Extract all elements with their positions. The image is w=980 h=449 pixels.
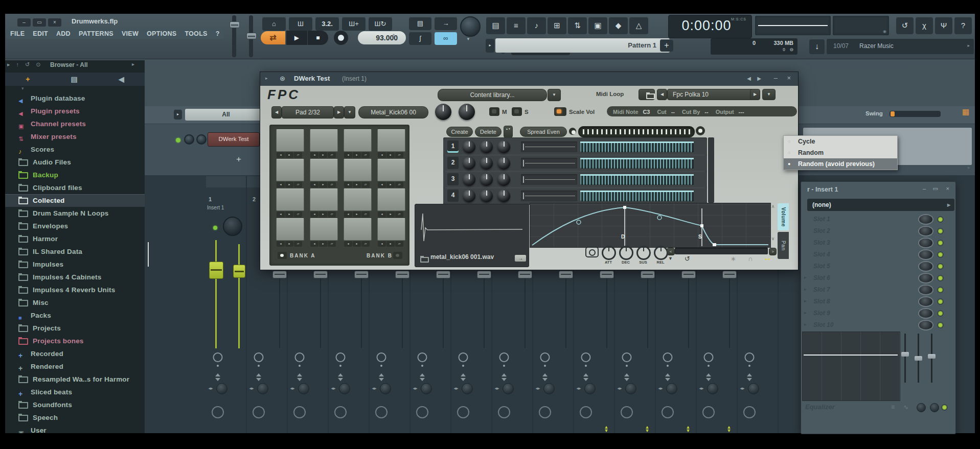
radio-icon: ● (788, 161, 794, 167)
context-menu-layer: ○ Cycle ○ Random ● Random (avoid previou… (0, 0, 980, 449)
fl-studio-screen: ▸ All Swing ▦ DWerk Test + ▸ 1 2 Insert … (0, 0, 980, 449)
radio-icon: ○ (788, 139, 794, 144)
context-menu-item[interactable]: ○ Cycle (784, 136, 897, 147)
context-menu-item[interactable]: ● Random (avoid previous) (784, 158, 897, 170)
context-menu-item[interactable]: ○ Random (784, 147, 897, 158)
radio-icon: ○ (788, 150, 794, 155)
